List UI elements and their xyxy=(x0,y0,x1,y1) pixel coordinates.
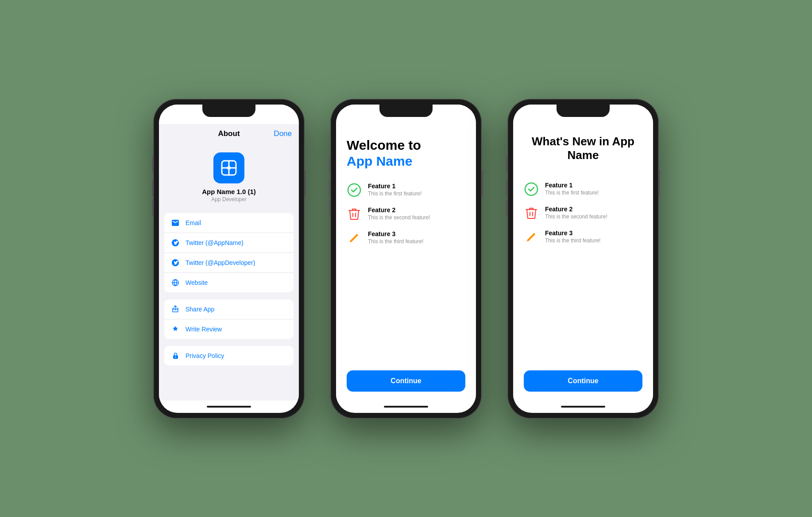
feature-item-3: Feature 3 This is the third feature! xyxy=(347,230,465,245)
review-row[interactable]: Write Review xyxy=(164,319,294,339)
about-screen: About Done App Name 1.0 (1) App Develope… xyxy=(159,124,299,400)
twitter-app-label: Twitter (@AppName) xyxy=(186,239,244,246)
feature-text-2: Feature 2 This is the second feature! xyxy=(368,206,430,221)
svg-point-9 xyxy=(348,184,360,196)
feature-item-2: Feature 2 This is the second feature! xyxy=(347,206,465,222)
welcome-title-line2: App Name xyxy=(347,153,465,169)
feature-text-new-2: Feature 2 This is the second feature! xyxy=(545,206,607,220)
feature-3-title: Feature 3 xyxy=(368,230,423,237)
feature-item-new-3: Feature 3 This is the third feature! xyxy=(524,229,642,245)
continue-button-2[interactable]: Continue xyxy=(347,370,465,392)
phone-2: Welcome to App Name Feature 1 This is th… xyxy=(331,99,481,418)
new-feature-3-title: Feature 3 xyxy=(545,229,600,237)
share-icon xyxy=(170,304,180,314)
nav-done-button[interactable]: Done xyxy=(274,129,292,138)
pencil-icon-2 xyxy=(524,229,539,245)
star-icon xyxy=(170,324,180,334)
email-label: Email xyxy=(186,219,201,226)
features-list-2: Feature 1 This is the first feature! Fea… xyxy=(347,183,465,370)
nav-bar: About Done xyxy=(159,124,299,144)
actions-section: Share App Write Review xyxy=(164,299,294,339)
svg-point-8 xyxy=(175,356,176,357)
notch-3 xyxy=(557,105,610,117)
welcome-screen: Welcome to App Name Feature 1 This is th… xyxy=(336,124,476,400)
contact-section: Email Twitter (@AppName) Twitter (@AppDe… xyxy=(164,213,294,292)
notch-1 xyxy=(202,105,255,117)
app-name-label: App Name 1.0 (1) xyxy=(202,188,256,195)
status-bar-2 xyxy=(336,105,476,124)
status-bar-1 xyxy=(159,105,299,124)
app-icon xyxy=(213,152,244,183)
whats-new-title: What's New in App Name xyxy=(524,135,642,162)
phone-1: About Done App Name 1.0 (1) App Develope… xyxy=(154,99,304,418)
twitter-dev-label: Twitter (@AppDeveloper) xyxy=(186,259,255,266)
website-row[interactable]: Website xyxy=(164,273,294,292)
feature-2-title: Feature 2 xyxy=(368,206,430,214)
new-feature-2-desc: This is the second feature! xyxy=(545,214,607,220)
checkmark-circle-icon-2 xyxy=(524,182,539,197)
website-label: Website xyxy=(186,279,208,286)
at-icon-2 xyxy=(170,258,180,268)
feature-text-new-1: Feature 1 This is the first feature! xyxy=(545,182,599,196)
feature-1-desc: This is the first feature! xyxy=(368,190,421,197)
feature-text-1: Feature 1 This is the first feature! xyxy=(368,183,421,197)
continue-button-3[interactable]: Continue xyxy=(524,370,642,392)
envelope-icon xyxy=(170,218,180,228)
whats-new-screen: What's New in App Name Feature 1 This is… xyxy=(513,124,653,400)
trash-icon-2 xyxy=(524,206,539,221)
review-label: Write Review xyxy=(186,326,222,333)
phone-3: What's New in App Name Feature 1 This is… xyxy=(508,99,658,418)
new-feature-2-title: Feature 2 xyxy=(545,206,607,213)
legal-section: Privacy Policy xyxy=(164,346,294,365)
privacy-row[interactable]: Privacy Policy xyxy=(164,346,294,365)
svg-point-10 xyxy=(525,183,537,195)
nav-title: About xyxy=(218,129,240,138)
welcome-title-line1: Welcome to xyxy=(347,137,465,153)
feature-text-3: Feature 3 This is the third feature! xyxy=(368,230,423,245)
features-list-3: Feature 1 This is the first feature! Fea… xyxy=(524,182,642,370)
app-header: App Name 1.0 (1) App Developer xyxy=(159,144,299,210)
feature-item-new-2: Feature 2 This is the second feature! xyxy=(524,206,642,221)
feature-2-desc: This is the second feature! xyxy=(368,214,430,221)
feature-1-title: Feature 1 xyxy=(368,183,421,190)
new-feature-1-title: Feature 1 xyxy=(545,182,599,189)
privacy-label: Privacy Policy xyxy=(186,352,224,359)
trash-icon-1 xyxy=(347,206,362,222)
home-indicator-1 xyxy=(159,400,299,413)
new-feature-1-desc: This is the first feature! xyxy=(545,190,599,196)
status-bar-3 xyxy=(513,105,653,124)
home-indicator-3 xyxy=(513,400,653,413)
home-indicator-2 xyxy=(336,400,476,413)
twitter-app-row[interactable]: Twitter (@AppName) xyxy=(164,233,294,253)
email-row[interactable]: Email xyxy=(164,213,294,233)
welcome-title-block: Welcome to App Name xyxy=(347,137,465,169)
pencil-icon-1 xyxy=(347,230,362,245)
twitter-dev-row[interactable]: Twitter (@AppDeveloper) xyxy=(164,253,294,273)
lock-icon xyxy=(170,351,180,361)
share-row[interactable]: Share App xyxy=(164,299,294,319)
app-developer-label: App Developer xyxy=(211,196,246,202)
feature-item-1: Feature 1 This is the first feature! xyxy=(347,183,465,198)
share-label: Share App xyxy=(186,306,214,313)
checkmark-circle-icon-1 xyxy=(347,183,362,198)
notch-2 xyxy=(379,105,433,117)
globe-icon xyxy=(170,278,180,288)
feature-3-desc: This is the third feature! xyxy=(368,238,423,245)
feature-text-new-3: Feature 3 This is the third feature! xyxy=(545,229,600,244)
feature-item-new-1: Feature 1 This is the first feature! xyxy=(524,182,642,197)
at-icon-1 xyxy=(170,238,180,248)
new-feature-3-desc: This is the third feature! xyxy=(545,237,600,244)
